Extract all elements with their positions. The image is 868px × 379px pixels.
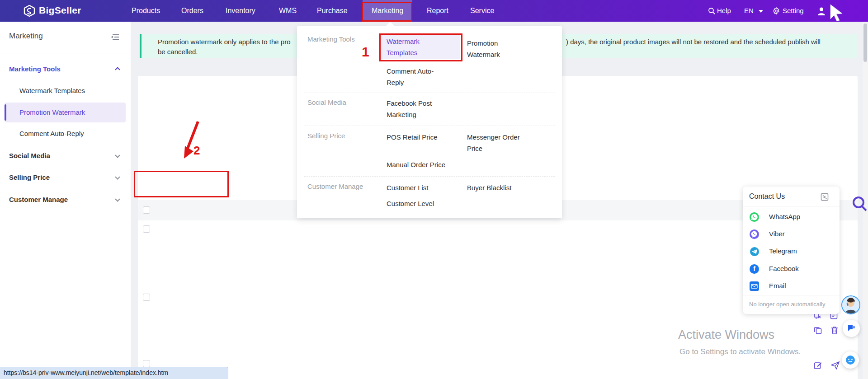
menu-link-promotion-watermark[interactable]: Promotion Watermark [467,37,517,60]
contact-item-email[interactable]: Email [749,281,833,292]
sidebar-collapse-icon[interactable] [111,33,119,41]
menu-link-buyer-blacklist[interactable]: Buyer Blacklist [467,182,539,193]
banner-text-line1-left: Promotion watermark only applies to the … [158,38,290,46]
status-url: https://bs14-priv-www.meiyunji.net/web/t… [4,369,168,376]
gear-icon [772,7,780,15]
facebook-icon: f [750,264,759,274]
search-magnifier-icon[interactable] [851,196,868,211]
support-agent-avatar[interactable] [841,295,860,314]
menu-link-manual-order-price[interactable]: Manual Order Price [387,159,477,170]
chevron-down-icon [115,153,120,158]
help-search-icon [708,7,715,14]
status-url-tooltip: https://bs14-priv-www.meiyunji.net/web/t… [0,367,228,379]
contact-item-viber[interactable]: Viber [749,229,833,240]
banner-text-line2: be cancelled. [158,48,198,56]
top-navbar: BigSeller Products Orders Inventory WMS … [0,0,868,22]
user-avatar-icon[interactable] [816,6,826,16]
whatsapp-icon [750,212,759,222]
menu-section-social-media: Social Media [307,98,346,106]
sidebar-group-marketing-tools[interactable]: Marketing Tools [9,65,61,73]
bigseller-app: BigSeller Products Orders Inventory WMS … [0,0,868,379]
sidebar-group-social-media[interactable]: Social Media [9,152,50,159]
bigseller-logo-icon[interactable] [24,5,35,17]
contact-footer-link[interactable]: No longer open automatically [749,301,825,308]
row-checkbox[interactable] [143,294,150,301]
announcement-float-button[interactable] [843,320,860,337]
menu-link-customer-list[interactable]: Customer List [387,182,459,193]
os-watermark-line2: Go to Settings to activate Windows. [679,347,801,356]
annotation-step-1: 1 [362,44,369,60]
copy-icon[interactable] [814,326,822,334]
delete-trash-icon[interactable] [831,326,838,334]
telegram-icon [750,247,759,256]
language-caret-icon [759,10,763,13]
contact-item-telegram[interactable]: Telegram [749,246,833,257]
nav-orders[interactable]: Orders [181,0,203,22]
menu-link-facebook-post-marketing[interactable]: Facebook Post Marketing [387,98,450,120]
row-checkbox[interactable] [143,225,150,233]
menu-link-pos-retail-price[interactable]: POS Retail Price [387,131,459,143]
os-watermark-line1: Activate Windows [678,328,774,342]
contact-item-facebook[interactable]: f Facebook [749,264,833,275]
chevron-up-icon [115,67,120,72]
contact-label: Telegram [769,247,797,255]
banner-text-line1-right: ) days, the original product images will… [566,38,821,46]
sidebar-group-customer-manage[interactable]: Customer Manage [9,196,68,203]
email-icon [750,281,759,291]
sidebar-active-bar [5,104,6,121]
nav-purchase[interactable]: Purchase [317,0,348,22]
chevron-down-icon [115,197,120,201]
contact-label: Viber [769,230,785,238]
annotation-step-2: 2 [193,144,200,158]
sidebar-item-watermark-templates[interactable]: Watermark Templates [19,87,85,94]
menu-section-marketing-tools: Marketing Tools [307,35,355,43]
help-button[interactable]: Help [717,0,731,22]
sidebar-item-comment-auto-reply[interactable]: Comment Auto-Reply [19,130,84,137]
collapse-panel-icon[interactable] [821,193,829,201]
sidebar-divider [0,53,131,53]
select-all-checkbox[interactable] [143,206,150,214]
scrollbar-thumb[interactable] [863,23,867,62]
sidebar-group-selling-price[interactable]: Selling Price [9,173,50,181]
publish-send-icon[interactable] [831,361,840,370]
chevron-down-icon [115,174,120,179]
menu-link-customer-level[interactable]: Customer Level [387,198,459,209]
mouse-cursor [829,4,847,22]
nav-marketing[interactable]: Marketing [372,0,403,22]
menu-link-watermark-templates[interactable]: Watermark Templates [387,36,441,58]
nav-products[interactable]: Products [132,0,160,22]
sidebar-title: Marketing [9,32,43,41]
row-checkbox[interactable] [143,360,150,367]
viber-icon [750,229,759,239]
panel-divider [743,206,840,206]
contact-title: Contact Us [749,192,785,201]
menu-link-comment-auto-reply[interactable]: Comment Auto-Reply [387,66,448,88]
panel-divider [743,295,840,295]
contact-label: Email [769,282,786,290]
brand-name[interactable]: BigSeller [39,5,81,16]
nav-inventory[interactable]: Inventory [226,0,255,22]
setting-button[interactable]: Setting [783,0,804,22]
nav-wms[interactable]: WMS [279,0,297,22]
edit-icon[interactable] [814,361,822,370]
nav-service[interactable]: Service [470,0,494,22]
menu-section-selling-price: Selling Price [307,132,345,140]
menu-section-customer-manage: Customer Manage [307,182,363,190]
marketing-mega-menu: Marketing Tools Watermark Templates Prom… [297,26,562,218]
menu-divider [304,126,555,126]
contact-us-panel: Contact Us WhatsApp Viber Telegram f Fac… [743,187,840,314]
contact-label: Facebook [769,265,799,272]
contact-label: WhatsApp [769,213,800,220]
sidebar-item-promotion-watermark[interactable]: Promotion Watermark [19,108,85,116]
menu-link-messenger-order-price[interactable]: Messenger Order Price [467,131,535,154]
sidebar: Marketing Marketing Tools Watermark Temp… [0,22,131,379]
nav-report[interactable]: Report [427,0,448,22]
menu-divider [304,93,555,93]
menu-divider [304,176,555,177]
language-selector[interactable]: EN [744,0,754,22]
customer-service-float-button[interactable] [842,351,859,369]
contact-item-whatsapp[interactable]: WhatsApp [749,212,833,223]
menu-caret [386,22,395,31]
